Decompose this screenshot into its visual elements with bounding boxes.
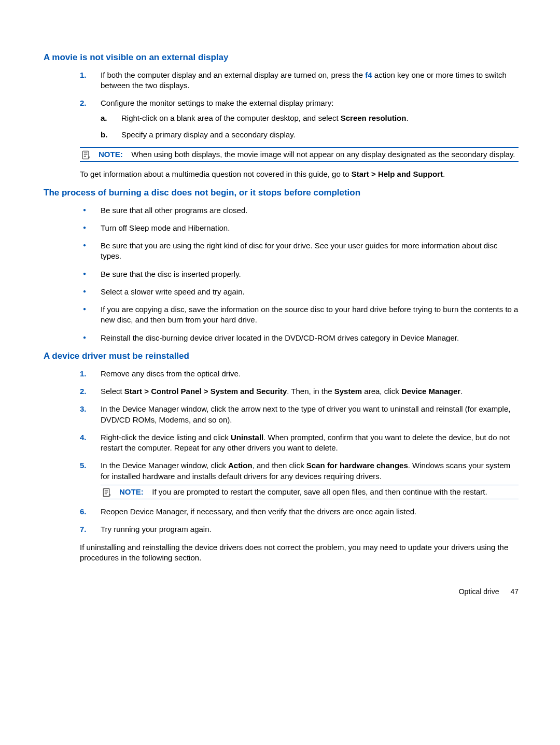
step-2: 2. Select Start > Control Panel > System…: [80, 386, 519, 397]
step-2: 2. Configure the monitor settings to mak…: [80, 98, 519, 140]
svg-rect-0: [82, 151, 89, 159]
step-text: Select Start > Control Panel > System an…: [101, 387, 463, 396]
substep-marker: b.: [101, 130, 107, 140]
heading-device-driver: A device driver must be reinstalled: [44, 350, 519, 362]
step-marker: 4.: [80, 432, 87, 443]
page-footer: Optical drive 47: [44, 587, 519, 597]
step-marker: 2.: [80, 386, 87, 397]
list-item: Be sure that all other programs are clos…: [80, 205, 519, 216]
step-marker: 7.: [80, 524, 87, 535]
step-6: 6. Reopen Device Manager, if necessary, …: [80, 507, 519, 517]
note-body: If you are prompted to restart the compu…: [146, 487, 487, 496]
substep-text: Specify a primary display and a secondar…: [121, 130, 296, 139]
step-5: 5. In the Device Manager window, click A…: [80, 460, 519, 499]
note-icon: [81, 150, 91, 160]
step-1: 1. If both the computer display and an e…: [80, 70, 519, 91]
heading-disc-burning: The process of burning a disc does not b…: [44, 187, 519, 199]
step-text: In the Device Manager window, click the …: [101, 404, 510, 424]
note-body: When using both displays, the movie imag…: [125, 150, 515, 159]
steps-device-driver: 1. Remove any discs from the optical dri…: [80, 369, 519, 535]
substep-text: Right-click on a blank area of the compu…: [121, 114, 409, 122]
paragraph-help-support: To get information about a multimedia qu…: [80, 169, 519, 179]
steps-movie-external: 1. If both the computer display and an e…: [80, 70, 519, 140]
heading-movie-external: A movie is not visible on an external di…: [44, 52, 519, 64]
step-text: If both the computer display and an exte…: [101, 71, 507, 90]
list-item: Reinstall the disc-burning device driver…: [80, 333, 519, 343]
step-1: 1. Remove any discs from the optical dri…: [80, 369, 519, 379]
step-text: Reopen Device Manager, if necessary, and…: [101, 507, 416, 516]
bullets-disc-burning: Be sure that all other programs are clos…: [80, 205, 519, 343]
paragraph-update-drivers: If uninstalling and reinstalling the dev…: [80, 542, 519, 564]
step-marker: 6.: [80, 507, 87, 517]
svg-rect-1: [103, 488, 109, 496]
note-restart: NOTE: If you are prompted to restart the…: [101, 485, 519, 499]
step-marker: 3.: [80, 404, 87, 414]
step-3: 3. In the Device Manager window, click t…: [80, 404, 519, 425]
key-f4: f4: [365, 71, 372, 79]
note-label: NOTE:: [119, 487, 144, 496]
note-icon: [102, 487, 112, 498]
note-secondary-display: NOTE: When using both displays, the movi…: [80, 147, 519, 162]
step-7: 7. Try running your program again.: [80, 524, 519, 535]
step-marker: 5.: [80, 460, 87, 471]
note-label: NOTE:: [99, 150, 123, 159]
step-text: In the Device Manager window, click Acti…: [101, 461, 510, 480]
list-item: Select a slower write speed and try agai…: [80, 287, 519, 297]
list-item: If you are copying a disc, save the info…: [80, 304, 519, 326]
step-text: Try running your program again.: [101, 525, 212, 533]
substep-b: b. Specify a primary display and a secon…: [101, 130, 519, 140]
footer-section: Optical drive: [459, 587, 499, 596]
step-marker: 1.: [80, 70, 87, 80]
substep-a: a. Right-click on a blank area of the co…: [101, 113, 519, 123]
list-item: Be sure that the disc is inserted proper…: [80, 269, 519, 279]
substeps: a. Right-click on a blank area of the co…: [101, 113, 519, 140]
step-marker: 2.: [80, 98, 87, 108]
step-4: 4. Right-click the device listing and cl…: [80, 432, 519, 454]
substep-marker: a.: [101, 113, 107, 123]
step-text: Remove any discs from the optical drive.: [101, 369, 241, 378]
step-text: Configure the monitor settings to make t…: [101, 99, 333, 107]
step-text: Right-click the device listing and click…: [101, 433, 510, 452]
list-item: Turn off Sleep mode and Hibernation.: [80, 223, 519, 233]
step-marker: 1.: [80, 369, 87, 379]
page-number: 47: [510, 587, 519, 597]
list-item: Be sure that you are using the right kin…: [80, 241, 519, 262]
